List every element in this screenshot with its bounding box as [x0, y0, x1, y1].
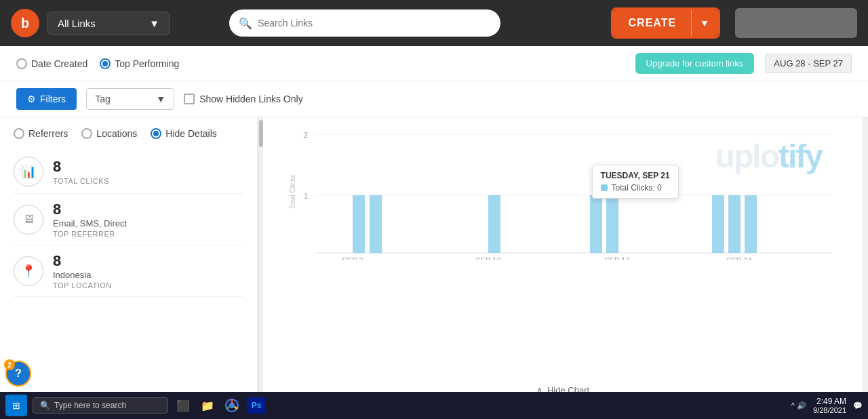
date-range-display: AUG 28 - SEP 27: [765, 54, 852, 73]
svg-text:SEP 17: SEP 17: [604, 256, 629, 260]
location-icon: 📍: [14, 256, 43, 286]
show-hidden-checkbox[interactable]: Show Hidden Links Only: [184, 94, 303, 104]
tag-dropdown[interactable]: Tag ▼: [86, 88, 174, 110]
all-links-label: All Links: [58, 18, 96, 29]
svg-rect-11: [712, 195, 724, 253]
location-label: TOP LOCATION: [53, 281, 112, 290]
system-tray: ^ 🔊 2:49 AM 9/28/2021 💬: [791, 397, 863, 414]
date-created-label: Date Created: [31, 58, 87, 69]
search-input[interactable]: [258, 18, 491, 28]
filter-bar: ⚙ Filters Tag ▼ Show Hidden Links Only: [0, 81, 868, 117]
filters-button[interactable]: ⚙ Filters: [16, 88, 77, 110]
taskbar-pinned-icons: ⬛ 📁 Ps: [174, 396, 266, 415]
chart-svg: 2 1 Total Clicks: [274, 124, 852, 260]
referrer-info: 8 Email, SMS, Direct TOP REFERRER: [53, 201, 127, 238]
help-notification-count: 2: [4, 359, 15, 370]
right-scrollbar[interactable]: [863, 117, 868, 401]
controls-bar: Date Created Top Performing Upgrade for …: [0, 46, 868, 81]
chevron-down-icon: ▼: [149, 18, 159, 29]
notification-icon[interactable]: 💬: [853, 401, 863, 410]
locations-label: Locations: [96, 128, 137, 139]
total-clicks-info: 8 TOTAL CLICKS: [53, 158, 109, 185]
tooltip-value: Total Clicks: 0: [612, 183, 662, 193]
taskbar-search-icon: 🔍: [40, 401, 50, 410]
chrome-icon[interactable]: [222, 396, 241, 415]
referrers-radio-circle: [14, 128, 24, 139]
main-content: Referrers Locations Hide Details 📊 8 TOT…: [0, 117, 868, 401]
hide-details-label: Hide Details: [165, 128, 216, 139]
upgrade-button[interactable]: Upgrade for custom links: [635, 53, 755, 74]
tray-icons: ^ 🔊: [791, 401, 806, 410]
referrers-label: Referrers: [28, 128, 68, 139]
top-performing-radio-circle: [100, 58, 111, 69]
svg-rect-7: [370, 195, 382, 253]
hide-details-radio[interactable]: Hide Details: [151, 128, 216, 139]
task-view-icon[interactable]: ⬛: [174, 396, 193, 415]
locations-radio[interactable]: Locations: [81, 128, 137, 139]
svg-text:SEP 24: SEP 24: [726, 256, 751, 260]
scroll-thumb: [259, 120, 263, 147]
location-info: 8 Indonesia TOP LOCATION: [53, 252, 112, 290]
total-clicks-icon: 📊: [14, 157, 43, 186]
svg-text:Total Clicks: Total Clicks: [289, 175, 296, 210]
create-dropdown-button[interactable]: ▼: [691, 10, 717, 36]
show-hidden-label: Show Hidden Links Only: [199, 94, 303, 104]
svg-rect-8: [488, 195, 500, 253]
create-button[interactable]: CREATE: [614, 10, 692, 36]
chart-area: uplotify 2 1 Total Clicks: [263, 117, 863, 401]
all-links-dropdown[interactable]: All Links ▼: [47, 12, 170, 35]
search-bar[interactable]: 🔍: [229, 9, 500, 37]
hide-details-radio-circle: [151, 128, 161, 139]
clock-time: 2:49 AM: [813, 397, 846, 406]
system-clock: 2:49 AM 9/28/2021: [813, 397, 846, 414]
sort-radio-group: Date Created Top Performing: [16, 58, 179, 69]
tooltip-value-row: Total Clicks: 0: [601, 183, 670, 193]
left-scrollbar[interactable]: [258, 117, 263, 401]
tag-chevron-icon: ▼: [156, 94, 165, 104]
total-clicks-value: 8: [53, 158, 109, 176]
referrer-icon: 🖥: [14, 205, 43, 235]
help-icon: ?: [15, 367, 22, 380]
left-panel: Referrers Locations Hide Details 📊 8 TOT…: [0, 117, 258, 401]
location-sublabel: Indonesia: [53, 270, 112, 280]
svg-rect-10: [606, 195, 618, 253]
taskbar-search-placeholder: Type here to search: [54, 401, 126, 410]
location-stat: 📍 8 Indonesia TOP LOCATION: [14, 245, 243, 297]
chart-container: 2 1 Total Clicks: [274, 124, 852, 273]
svg-rect-13: [745, 195, 757, 253]
location-value: 8: [53, 252, 112, 270]
top-performing-label: Top Performing: [115, 58, 179, 69]
filter-icon: ⚙: [27, 94, 36, 104]
chart-tooltip: TUESDAY, SEP 21 Total Clicks: 0: [592, 165, 679, 199]
tooltip-dot-icon: [601, 184, 608, 191]
taskbar-search-bar[interactable]: 🔍 Type here to search: [33, 397, 168, 414]
windows-start-button[interactable]: ⊞: [5, 395, 27, 416]
svg-text:2: 2: [304, 131, 308, 139]
tag-label: Tag: [95, 94, 111, 104]
top-performing-radio[interactable]: Top Performing: [100, 58, 179, 69]
locations-radio-circle: [81, 128, 92, 139]
svg-line-22: [226, 407, 229, 409]
help-badge[interactable]: 2 ?: [5, 361, 31, 386]
total-clicks-label: TOTAL CLICKS: [53, 177, 109, 185]
svg-text:1: 1: [304, 192, 308, 200]
referrers-radio[interactable]: Referrers: [14, 128, 68, 139]
referrer-stat: 🖥 8 Email, SMS, Direct TOP REFERRER: [14, 194, 243, 245]
svg-rect-6: [353, 195, 365, 253]
create-button-group: CREATE ▼: [612, 9, 719, 37]
svg-rect-12: [728, 195, 741, 253]
referrer-value: 8: [53, 201, 127, 218]
photoshop-icon[interactable]: Ps: [247, 397, 266, 414]
total-clicks-stat: 📊 8 TOTAL CLICKS: [14, 150, 243, 194]
user-avatar-area: [735, 8, 857, 38]
date-created-radio[interactable]: Date Created: [16, 58, 87, 69]
app-logo[interactable]: b: [11, 9, 39, 37]
date-created-radio-circle: [16, 58, 27, 69]
svg-text:SEP 3: SEP 3: [342, 256, 363, 260]
taskbar: ⊞ 🔍 Type here to search ⬛ 📁 Ps ^ 🔊 2:49 …: [0, 392, 868, 419]
svg-rect-9: [590, 195, 602, 253]
svg-line-21: [235, 407, 237, 409]
tooltip-date: TUESDAY, SEP 21: [601, 171, 670, 180]
file-explorer-icon[interactable]: 📁: [198, 396, 217, 415]
search-icon: 🔍: [239, 17, 252, 30]
